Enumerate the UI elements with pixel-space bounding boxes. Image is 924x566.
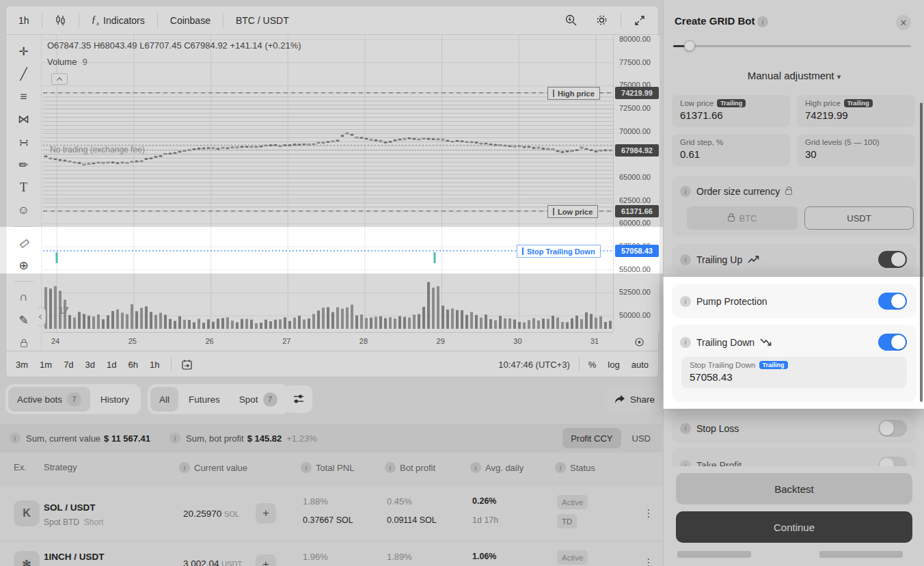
pattern-icon[interactable]: ⋈ (14, 111, 33, 128)
info-icon[interactable]: i (680, 254, 691, 265)
grid-step-field[interactable]: Grid step, % 0.61 (672, 134, 790, 166)
candle-body (494, 144, 497, 146)
row-menu-button[interactable]: ⋮ (638, 503, 659, 524)
price-axis[interactable]: 80000.0077500.0075000.0072500.0070000.00… (613, 35, 660, 332)
info-icon[interactable]: i (757, 16, 768, 27)
log-scale-button[interactable]: log (608, 360, 619, 370)
usdt-currency-button[interactable]: USDT (804, 206, 914, 230)
profit-ccy-toggle[interactable]: Profit CCY (562, 428, 621, 448)
col-total-pnl[interactable]: iTotal PNL (301, 462, 354, 473)
range-7d[interactable]: 7d (64, 360, 73, 370)
volume-bar (384, 318, 387, 329)
info-icon[interactable]: i (680, 423, 691, 434)
bot-row-sol[interactable]: K SOL / USDT Spot BTD Short 20.25970 SOL… (0, 487, 663, 540)
stop-loss-toggle[interactable] (878, 420, 907, 437)
filter-futures[interactable]: Futures (180, 387, 229, 412)
info-icon[interactable]: i (680, 186, 691, 197)
tab-history[interactable]: History (92, 387, 138, 412)
info-icon[interactable]: i (169, 433, 180, 444)
pump-protection-toggle[interactable] (878, 293, 907, 310)
add-funds-button[interactable]: + (256, 554, 276, 566)
slider-track[interactable] (673, 45, 911, 47)
manual-adjustment-dropdown[interactable]: Manual adjustment ▾ (664, 70, 924, 81)
settings-gear-icon[interactable] (590, 11, 614, 29)
volume-bar (518, 322, 521, 329)
lock-all-icon[interactable] (14, 335, 33, 351)
emoji-icon[interactable]: ☺ (14, 202, 33, 219)
percent-scale-button[interactable]: % (588, 360, 597, 370)
panel-scrollbar[interactable] (920, 103, 923, 402)
backtest-button[interactable]: Backtest (676, 473, 912, 504)
zoom-in-icon[interactable]: ⊕ (14, 257, 33, 273)
chart-plot-area[interactable] (43, 35, 613, 332)
range-3m[interactable]: 3m (16, 360, 28, 370)
stop-trailing-down-field[interactable]: Stop Trailing DownTrailing 57058.43 (681, 357, 907, 388)
volume-bar (504, 319, 506, 329)
col-avg-daily[interactable]: iAvg. daily (470, 462, 524, 473)
high-price-field[interactable]: High priceTrailing 74219.99 (797, 95, 915, 127)
range-1d[interactable]: 1d (107, 360, 116, 370)
filter-all[interactable]: All (150, 387, 178, 412)
candle-body (513, 146, 516, 148)
axis-settings-icon[interactable] (634, 336, 644, 347)
volume-bar (188, 320, 191, 329)
timeframe-button[interactable]: 1h (13, 12, 35, 29)
candle-body (389, 142, 392, 143)
x-axis-tick: 24 (51, 337, 59, 345)
slider-knob[interactable] (684, 40, 695, 51)
volume-bar (394, 319, 396, 329)
col-bot-profit[interactable]: iBot profit (385, 462, 435, 473)
share-button[interactable]: Share (605, 387, 664, 412)
trailing-down-toggle[interactable] (878, 334, 907, 351)
range-1h[interactable]: 1h (150, 360, 159, 370)
range-1m[interactable]: 1m (40, 360, 52, 370)
low-price-field[interactable]: Low priceTrailing 61371.66 (672, 95, 790, 127)
goto-date-icon[interactable] (181, 359, 193, 370)
col-current-value[interactable]: iCurrent value (179, 462, 247, 473)
fib-retracement-icon[interactable]: ≡ (14, 88, 33, 105)
trend-line-icon[interactable]: ╱ (14, 66, 33, 82)
stop-trailing-line-label[interactable]: Stop Trailing Down (517, 245, 601, 258)
brush-icon[interactable]: ✏ (14, 157, 33, 173)
text-tool-icon[interactable]: T (14, 179, 33, 196)
fullscreen-icon[interactable] (628, 12, 651, 29)
col-status[interactable]: iStatus (555, 462, 595, 473)
time-axis[interactable]: 2425262728293031 (43, 332, 613, 351)
info-icon[interactable]: i (10, 433, 21, 444)
toolbar-collapse-handle[interactable] (38, 307, 46, 326)
high-price-line-label[interactable]: High price (547, 87, 600, 100)
continue-button[interactable]: Continue (676, 511, 912, 543)
row-menu-button[interactable]: ⋮ (638, 552, 659, 566)
exchange-button[interactable]: Coinbase (165, 12, 216, 29)
range-3d[interactable]: 3d (85, 360, 95, 370)
pair-button[interactable]: BTC / USDT (230, 12, 295, 29)
close-panel-button[interactable]: ✕ (896, 15, 911, 30)
status-badge-td: TD (557, 514, 577, 528)
filter-spot[interactable]: Spot7 (230, 387, 286, 412)
info-icon[interactable]: i (680, 296, 691, 307)
grid-levels-field[interactable]: Grid levels (5 — 100) 30 (797, 134, 915, 166)
filter-settings-button[interactable] (284, 386, 312, 413)
clock-label[interactable]: 10:47:46 (UTC+3) (498, 360, 569, 370)
usd-toggle[interactable]: USD (632, 433, 651, 444)
x-axis-tick: 31 (590, 337, 599, 345)
range-6h[interactable]: 6h (128, 360, 138, 370)
crosshair-icon[interactable]: ✛ (14, 43, 33, 59)
low-price-line-label[interactable]: Low price (547, 205, 598, 218)
projection-icon[interactable]: ∺ (14, 134, 33, 150)
ruler-icon[interactable]: ▭ (11, 230, 36, 255)
quick-search-icon[interactable] (559, 11, 583, 29)
magnet-icon[interactable]: ∩ (14, 289, 33, 306)
tab-active-bots[interactable]: Active bots7 (8, 387, 90, 412)
candle-body (461, 141, 463, 142)
trailing-badge: Trailing (717, 99, 746, 107)
legend-collapse-button[interactable] (51, 73, 68, 85)
indicators-button[interactable]: ƒxIndicators (86, 11, 150, 29)
auto-scale-button[interactable]: auto (631, 360, 649, 370)
trailing-up-toggle[interactable] (878, 251, 907, 268)
bot-row-1inch[interactable]: ✻ 1INCH / USDT 3 002.04 USDT + 1.96% 1.8… (0, 543, 663, 566)
drawing-lock-icon[interactable]: ✎ (14, 312, 33, 328)
info-icon[interactable]: i (680, 337, 691, 348)
add-funds-button[interactable]: + (256, 503, 276, 524)
candle-style-button[interactable] (49, 12, 72, 29)
